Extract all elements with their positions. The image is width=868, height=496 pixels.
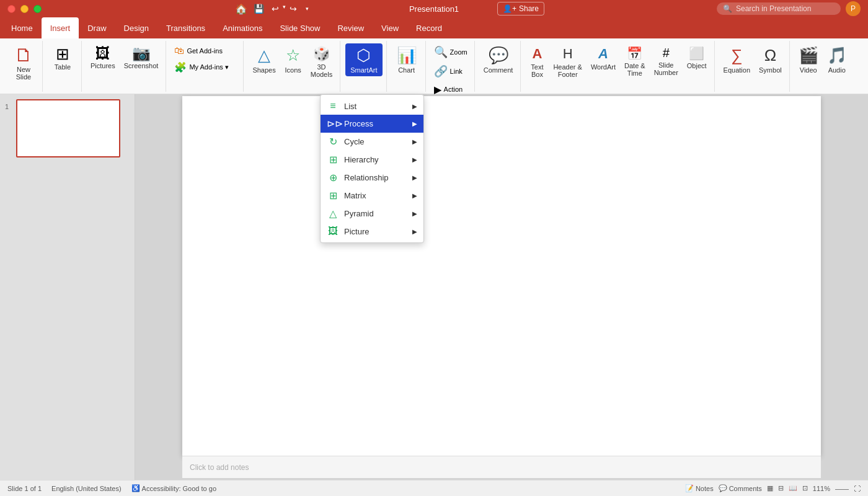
search-input[interactable]: [736, 4, 835, 13]
matrix-arrow-icon: ▶: [412, 192, 417, 199]
zoom-slider[interactable]: ——: [835, 485, 849, 492]
menu-item-picture-label: Picture: [344, 227, 369, 236]
tab-record[interactable]: Record: [407, 17, 451, 38]
tab-transitions[interactable]: Transitions: [157, 17, 214, 38]
wordart-button[interactable]: A WordArt: [587, 43, 619, 81]
menu-item-cycle[interactable]: ↻ Cycle ▶: [321, 133, 423, 151]
menu-item-process[interactable]: ⊳⊳ Process ▶: [321, 115, 423, 133]
smartart-button[interactable]: ⬡ SmartArt: [345, 43, 382, 76]
slide-sorter-icon[interactable]: ⊟: [778, 484, 784, 492]
maximize-button[interactable]: [33, 5, 42, 13]
datetime-icon: 📅: [627, 46, 642, 61]
slideshow-icon[interactable]: ⊡: [802, 484, 808, 492]
notes-view-button[interactable]: 📝 Notes: [685, 484, 714, 492]
ribbon-group-slides: 🗋 NewSlide: [5, 41, 43, 92]
window-controls[interactable]: [7, 5, 42, 13]
process-menu-icon: ⊳⊳: [327, 118, 339, 130]
slide-editor: Click to add notes: [135, 94, 868, 480]
equation-icon: ∑: [731, 46, 743, 65]
menu-item-list[interactable]: ≡ List ▶: [321, 97, 423, 115]
object-button[interactable]: ⬜ Object: [683, 43, 711, 81]
close-button[interactable]: [7, 5, 16, 13]
chart-button[interactable]: 📊 Chart: [392, 43, 422, 76]
redo-button[interactable]: ↪: [288, 2, 298, 15]
language-label: English (United States): [51, 485, 122, 492]
ribbon-group-images: 🖼 Pictures 📷 Screenshot: [83, 41, 166, 92]
comments-view-button[interactable]: 💬 Comments: [719, 484, 762, 492]
symbol-button[interactable]: Ω Symbol: [755, 43, 786, 76]
cycle-menu-icon: ↻: [327, 136, 339, 148]
comments-icon: 💬: [719, 484, 727, 492]
pyramid-menu-icon: △: [327, 208, 339, 219]
3dmodels-icon: 🎲: [313, 46, 330, 62]
menu-item-pyramid[interactable]: △ Pyramid ▶: [321, 205, 423, 223]
quick-access-dropdown[interactable]: ▾: [304, 4, 310, 13]
menu-item-hierarchy[interactable]: ⊞ Hierarchy ▶: [321, 151, 423, 169]
menu-item-relationship[interactable]: ⊕ Relationship ▶: [321, 169, 423, 187]
datetime-button[interactable]: 📅 Date &Time: [621, 43, 649, 81]
tab-review[interactable]: Review: [329, 17, 373, 38]
my-addins-button[interactable]: 🧩 My Add-ins ▾: [171, 60, 239, 75]
tab-draw[interactable]: Draw: [79, 17, 115, 38]
icons-icon: ☆: [286, 46, 300, 65]
notes-placeholder[interactable]: Click to add notes: [190, 463, 249, 472]
tab-animations[interactable]: Animations: [214, 17, 271, 38]
header-footer-button[interactable]: H Header &Footer: [549, 43, 585, 81]
share-button[interactable]: 👤+ Share: [497, 2, 544, 16]
pictures-button[interactable]: 🖼 Pictures: [87, 43, 119, 72]
relationship-arrow-icon: ▶: [412, 174, 417, 181]
video-button[interactable]: 🎬 Video: [795, 43, 822, 76]
undo-button[interactable]: ↩: [270, 2, 280, 15]
slide-panel: 1: [0, 94, 135, 480]
tab-design[interactable]: Design: [115, 17, 157, 38]
link-button[interactable]: 🔗 Link: [431, 63, 471, 80]
tab-view[interactable]: View: [373, 17, 407, 38]
screenshot-button[interactable]: 📷 Screenshot: [120, 43, 162, 72]
header-footer-icon: H: [563, 46, 573, 62]
slide-canvas[interactable]: [182, 96, 821, 456]
icons-button[interactable]: ☆ Icons: [281, 43, 306, 81]
3dmodels-button[interactable]: 🎲 3DModels: [307, 43, 336, 81]
menu-item-matrix[interactable]: ⊞ Matrix ▶: [321, 187, 423, 205]
slide-number-button[interactable]: # SlideNumber: [650, 43, 682, 81]
comment-button[interactable]: 💬 Comment: [480, 43, 517, 76]
ribbon-group-table: ⊞ Table: [44, 41, 82, 92]
slide-thumbnail[interactable]: [16, 99, 120, 157]
shapes-button[interactable]: △ Shapes: [249, 43, 279, 81]
fullscreen-icon[interactable]: ⛶: [854, 485, 861, 492]
tab-home[interactable]: Home: [2, 17, 42, 38]
table-button[interactable]: ⊞ Table: [48, 43, 78, 73]
menu-item-picture[interactable]: 🖼 Picture ▶: [321, 223, 423, 240]
tab-slideshow[interactable]: Slide Show: [271, 17, 329, 38]
equation-button[interactable]: ∑ Equation: [720, 43, 754, 76]
menu-item-hierarchy-label: Hierarchy: [344, 155, 379, 164]
notes-area[interactable]: Click to add notes: [182, 456, 821, 478]
zoom-icon: 🔍: [434, 45, 448, 59]
list-arrow-icon: ▶: [412, 103, 417, 110]
save-icon[interactable]: 💾: [254, 4, 264, 14]
get-addins-button[interactable]: 🛍 Get Add-ins: [171, 43, 239, 58]
ribbon-group-shapes: △ Shapes ☆ Icons 🎲 3DModels: [245, 41, 340, 92]
textbox-button[interactable]: A TextBox: [526, 43, 548, 81]
home-icon[interactable]: 🏠: [235, 3, 247, 15]
new-slide-button[interactable]: 🗋 NewSlide: [9, 43, 38, 83]
user-avatar[interactable]: P: [846, 1, 861, 16]
picture-arrow-icon: ▶: [412, 228, 417, 235]
minimize-button[interactable]: [20, 5, 29, 13]
new-slide-icon: 🗋: [14, 46, 33, 64]
zoom-button[interactable]: 🔍 Zoom: [431, 43, 471, 61]
tab-insert[interactable]: Insert: [42, 17, 79, 38]
pyramid-arrow-icon: ▶: [412, 210, 417, 217]
reading-view-icon[interactable]: 📖: [789, 484, 797, 492]
normal-view-icon[interactable]: ▦: [767, 484, 773, 492]
ribbon-group-media: 🎬 Video 🎵 Audio: [791, 41, 854, 92]
relationship-menu-icon: ⊕: [327, 172, 339, 184]
process-arrow-icon: ▶: [412, 120, 417, 127]
ribbon-group-text: A TextBox H Header &Footer A WordArt 📅 D…: [522, 41, 714, 92]
undo-dropdown[interactable]: ▾: [281, 2, 287, 15]
search-box: 🔍: [717, 2, 841, 15]
hierarchy-menu-icon: ⊞: [327, 154, 339, 166]
slide-thumbnail-container: 1: [5, 99, 130, 157]
audio-button[interactable]: 🎵 Audio: [823, 43, 851, 76]
menu-item-pyramid-label: Pyramid: [344, 209, 374, 218]
